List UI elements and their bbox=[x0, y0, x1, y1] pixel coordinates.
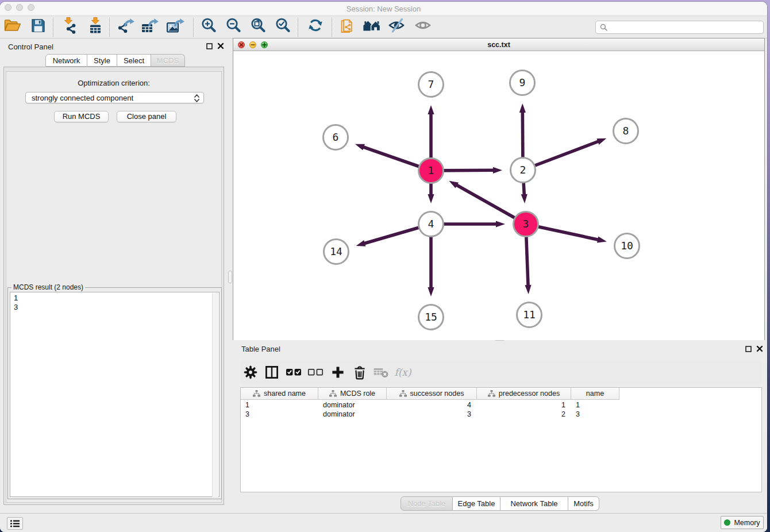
select-all-columns-icon[interactable] bbox=[284, 363, 303, 381]
mcds-result-value: 1 bbox=[14, 294, 215, 303]
column-header-shared-name[interactable]: shared name bbox=[241, 388, 318, 400]
tab-edge-table[interactable]: Edge Table bbox=[453, 496, 500, 511]
edge-arrow-1-7 bbox=[428, 105, 434, 114]
tab-network[interactable]: Network bbox=[45, 54, 87, 67]
edge-arrow-2-3 bbox=[521, 194, 528, 203]
toolbar-separator bbox=[332, 18, 332, 37]
control-panel-buttons bbox=[206, 43, 224, 49]
column-header-name[interactable]: name bbox=[571, 388, 619, 400]
save-session-icon[interactable] bbox=[28, 16, 48, 34]
status-bar: Memory bbox=[0, 513, 767, 532]
import-table-icon[interactable] bbox=[86, 16, 105, 34]
table-panel-buttons bbox=[745, 345, 763, 352]
cell-row1-shared-name[interactable]: 3 bbox=[241, 410, 318, 419]
edge-arrow-4-3 bbox=[496, 221, 505, 227]
column-label: shared name bbox=[264, 390, 306, 398]
export-image-icon[interactable] bbox=[165, 16, 185, 34]
tab-motifs[interactable]: Motifs bbox=[568, 496, 599, 511]
open-session-icon[interactable] bbox=[3, 16, 22, 34]
zoom-fit-icon[interactable] bbox=[248, 16, 268, 34]
cell-row1-name[interactable]: 3 bbox=[571, 410, 619, 419]
node-label-14: 14 bbox=[330, 245, 342, 257]
cell-row1-predecessor-nodes[interactable]: 2 bbox=[477, 410, 571, 419]
column-header-successor-nodes[interactable]: successor nodes bbox=[387, 388, 477, 400]
column-label: successor nodes bbox=[410, 390, 464, 398]
tab-node-table[interactable]: Node Table bbox=[401, 496, 453, 511]
table-settings-icon[interactable] bbox=[241, 363, 260, 381]
control-panel-title: Control Panel bbox=[8, 43, 53, 51]
zoom-selected-icon[interactable] bbox=[273, 16, 292, 34]
node-label-7: 7 bbox=[428, 78, 434, 90]
vertical-splitter-handle[interactable] bbox=[228, 271, 232, 283]
float-panel-icon[interactable] bbox=[206, 43, 213, 49]
clone-network-icon[interactable] bbox=[338, 16, 357, 34]
edge-arrow-2-8 bbox=[596, 138, 606, 145]
column-header-MCDS-role[interactable]: MCDS role bbox=[318, 388, 387, 400]
export-table-icon[interactable] bbox=[140, 16, 160, 34]
function-builder-icon: f(x) bbox=[394, 363, 412, 381]
run-mcds-button[interactable]: Run MCDS bbox=[54, 111, 109, 122]
export-network-icon[interactable] bbox=[116, 16, 136, 34]
attribute-icon bbox=[253, 390, 260, 397]
task-history-button[interactable] bbox=[7, 517, 23, 530]
column-layout-icon[interactable] bbox=[263, 363, 281, 381]
attribute-icon bbox=[399, 390, 407, 397]
cell-row0-shared-name[interactable]: 1 bbox=[241, 400, 318, 410]
toolbar-separator bbox=[53, 18, 53, 37]
import-network-icon[interactable] bbox=[60, 16, 80, 34]
column-label: name bbox=[586, 390, 604, 398]
node-label-9: 9 bbox=[519, 76, 526, 88]
cell-row0-MCDS-role[interactable]: dominator bbox=[318, 400, 387, 410]
home-view-icon[interactable] bbox=[363, 16, 382, 34]
network-title: scc.txt bbox=[233, 38, 764, 51]
node-label-3: 3 bbox=[523, 218, 529, 230]
node-label-2: 2 bbox=[520, 164, 526, 176]
tab-select[interactable]: Select bbox=[117, 54, 151, 67]
tab-mcds[interactable]: MCDS bbox=[151, 54, 185, 67]
float-table-panel-icon[interactable] bbox=[745, 346, 752, 352]
cell-row0-successor-nodes[interactable]: 4 bbox=[387, 400, 477, 410]
search-icon bbox=[600, 24, 607, 31]
close-panel-icon[interactable] bbox=[217, 43, 224, 49]
delete-column-icon[interactable] bbox=[351, 363, 369, 381]
function-builder-label: f(x) bbox=[394, 367, 411, 378]
mcds-result-title: MCDS result (2 nodes) bbox=[11, 283, 85, 291]
result-scrollbar[interactable] bbox=[212, 293, 218, 497]
network-window-titlebar: scc.txt bbox=[233, 38, 764, 51]
select-spinner-icon bbox=[194, 94, 199, 105]
column-label: MCDS role bbox=[340, 390, 375, 398]
cell-row0-name[interactable]: 1 bbox=[571, 400, 619, 410]
edge-arrow-1-6 bbox=[355, 144, 365, 151]
edge-arrow-4-14 bbox=[356, 240, 366, 246]
criterion-select[interactable]: strongly connected component bbox=[25, 92, 204, 103]
cell-row0-predecessor-nodes[interactable]: 1 bbox=[477, 400, 571, 410]
tab-network-table[interactable]: Network Table bbox=[500, 496, 568, 511]
node-label-6: 6 bbox=[333, 131, 339, 143]
node-label-1: 1 bbox=[428, 164, 434, 176]
refresh-layout-icon[interactable] bbox=[306, 16, 325, 34]
cell-row1-successor-nodes[interactable]: 3 bbox=[387, 410, 477, 419]
unselect-all-columns-icon[interactable] bbox=[306, 363, 325, 381]
hide-selected-icon[interactable] bbox=[387, 16, 407, 34]
search-box[interactable] bbox=[595, 21, 764, 34]
memory-button[interactable]: Memory bbox=[721, 516, 764, 529]
column-header-predecessor-nodes[interactable]: predecessor nodes bbox=[477, 388, 571, 400]
zoom-out-icon[interactable] bbox=[224, 16, 243, 34]
search-input[interactable] bbox=[610, 21, 763, 33]
add-column-icon[interactable] bbox=[329, 363, 347, 381]
criterion-value: strongly connected component bbox=[32, 94, 133, 102]
tab-style[interactable]: Style bbox=[87, 54, 117, 67]
node-table: shared name MCDS role successor nodes pr… bbox=[240, 387, 762, 492]
zoom-in-icon[interactable] bbox=[199, 16, 218, 34]
show-all-icon[interactable] bbox=[414, 16, 433, 34]
mcds-result-list[interactable]: 13 bbox=[10, 292, 220, 497]
edge-arrow-2-9 bbox=[519, 103, 526, 113]
close-table-panel-icon[interactable] bbox=[756, 345, 763, 352]
cell-row1-MCDS-role[interactable]: dominator bbox=[318, 410, 387, 419]
close-panel-button[interactable]: Close panel bbox=[117, 111, 176, 122]
node-label-10: 10 bbox=[621, 240, 633, 252]
mcds-result-value: 3 bbox=[14, 303, 215, 312]
table-panel-title: Table Panel bbox=[241, 345, 280, 353]
network-view-window: scc.txt 1234678910111415 bbox=[233, 38, 765, 340]
network-canvas[interactable]: 1234678910111415 bbox=[233, 51, 764, 340]
